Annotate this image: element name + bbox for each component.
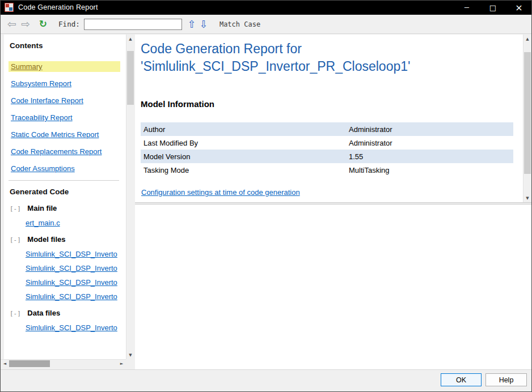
tree-group-label: Model files bbox=[27, 235, 65, 244]
toc-link-subsystem-report[interactable]: Subsystem Report bbox=[9, 78, 120, 89]
toc-link-summary[interactable]: Summary bbox=[9, 61, 120, 72]
info-value: Administrator bbox=[346, 122, 513, 136]
scrollbar-track[interactable] bbox=[9, 360, 117, 368]
find-label: Find: bbox=[58, 20, 80, 28]
info-value: MultiTasking bbox=[346, 163, 513, 177]
contents-heading: Contents bbox=[10, 41, 126, 50]
sidebar-vertical-scrollbar[interactable]: ▲ ▼ bbox=[126, 35, 134, 359]
file-link-data-file[interactable]: Simlulink_SCI_DSP_Inverto bbox=[26, 323, 125, 332]
collapse-icon[interactable]: [-] bbox=[10, 236, 21, 244]
report-title: Code Generation Report for 'Simlulink_SC… bbox=[141, 40, 514, 75]
file-link-ert-main[interactable]: ert_main.c bbox=[26, 219, 125, 227]
info-label: Author bbox=[141, 122, 346, 136]
info-value: 1.55 bbox=[346, 150, 513, 163]
sidebar-horizontal-scrollbar[interactable]: ◄ ► bbox=[1, 359, 126, 368]
ok-button[interactable]: OK bbox=[441, 373, 482, 386]
report-title-line2: 'Simlulink_SCI_DSP_Invertor_PR_Closeloop… bbox=[141, 59, 410, 74]
report-pane: Code Generation Report for 'Simlulink_SC… bbox=[135, 35, 531, 202]
collapse-icon[interactable]: [-] bbox=[10, 205, 21, 212]
table-row: Model Version 1.55 bbox=[141, 150, 513, 163]
tree-group-model-files: [-] Model files bbox=[10, 234, 126, 244]
scrollbar-thumb[interactable] bbox=[9, 360, 50, 367]
scroll-right-icon[interactable]: ► bbox=[117, 360, 126, 368]
scroll-down-icon[interactable]: ▼ bbox=[523, 194, 531, 202]
find-toolbar: ⇦ ⇨ ↻ Find: ⇧ ⇩ Match Case bbox=[1, 15, 531, 34]
find-input[interactable] bbox=[84, 19, 182, 30]
scroll-down-icon[interactable]: ▼ bbox=[126, 351, 134, 359]
back-icon[interactable]: ⇦ bbox=[7, 19, 16, 29]
code-view-pane bbox=[135, 204, 531, 369]
titlebar: Code Generation Report ─ □ × bbox=[0, 0, 532, 15]
file-link-model-file[interactable]: Simlulink_SCI_DSP_Inverto bbox=[26, 264, 125, 272]
maximize-button[interactable]: □ bbox=[480, 0, 506, 15]
generated-code-heading: Generated Code bbox=[10, 188, 126, 196]
footer-bar: OK Help bbox=[1, 369, 531, 391]
find-previous-icon[interactable]: ⇧ bbox=[188, 19, 196, 29]
configuration-settings-link[interactable]: Configuration settings at time of code g… bbox=[141, 188, 300, 197]
scrollbar-track[interactable] bbox=[523, 43, 531, 194]
file-link-model-file[interactable]: Simlulink_SCI_DSP_Inverto bbox=[26, 292, 125, 301]
table-row: Tasking Mode MultiTasking bbox=[141, 163, 513, 177]
find-next-icon[interactable]: ⇩ bbox=[200, 19, 208, 29]
tree-group-main-file: [-] Main file bbox=[10, 203, 126, 213]
scrollbar-thumb[interactable] bbox=[524, 52, 531, 174]
info-label: Last Modified By bbox=[141, 136, 346, 150]
scrollbar-thumb[interactable] bbox=[127, 51, 134, 105]
model-information-heading: Model Information bbox=[141, 99, 514, 109]
forward-icon[interactable]: ⇨ bbox=[21, 19, 30, 29]
app-icon bbox=[5, 3, 14, 12]
match-case-toggle[interactable]: Match Case bbox=[219, 20, 260, 28]
report-title-line1: Code Generation Report for bbox=[141, 41, 302, 56]
sidebar-divider bbox=[9, 180, 119, 181]
file-link-model-file[interactable]: Simlulink_SCI_DSP_Inverto bbox=[26, 278, 125, 287]
refresh-icon[interactable]: ↻ bbox=[39, 19, 47, 29]
window-controls: ─ □ × bbox=[454, 0, 532, 15]
window-title: Code Generation Report bbox=[18, 3, 98, 11]
toc-link-coder-assumptions[interactable]: Coder Assumptions bbox=[9, 163, 120, 174]
toc-link-code-interface-report[interactable]: Code Interface Report bbox=[9, 95, 120, 106]
scroll-left-icon[interactable]: ◄ bbox=[1, 360, 9, 368]
tree-group-data-files: [-] Data files bbox=[10, 308, 126, 318]
info-label: Tasking Mode bbox=[141, 163, 346, 177]
scroll-up-icon[interactable]: ▲ bbox=[523, 35, 531, 43]
toc-link-traceability-report[interactable]: Traceability Report bbox=[9, 112, 120, 123]
table-row: Author Administrator bbox=[141, 122, 513, 136]
toc-link-static-code-metrics-report[interactable]: Static Code Metrics Report bbox=[9, 129, 120, 140]
report-vertical-scrollbar[interactable]: ▲ ▼ bbox=[523, 35, 531, 202]
close-button[interactable]: × bbox=[506, 0, 532, 15]
collapse-icon[interactable]: [-] bbox=[10, 310, 21, 317]
help-button[interactable]: Help bbox=[485, 373, 527, 386]
model-info-table: Author Administrator Last Modified By Ad… bbox=[141, 122, 513, 177]
scroll-up-icon[interactable]: ▲ bbox=[126, 35, 134, 43]
tree-group-label: Data files bbox=[27, 309, 60, 317]
minimize-button[interactable]: ─ bbox=[454, 0, 480, 15]
file-link-model-file[interactable]: Simlulink_SCI_DSP_Inverto bbox=[26, 250, 125, 258]
info-label: Model Version bbox=[141, 150, 346, 163]
toc-link-code-replacements-report[interactable]: Code Replacements Report bbox=[9, 146, 120, 157]
tree-group-label: Main file bbox=[27, 204, 57, 212]
contents-panel: Contents Summary Subsystem Report Code I… bbox=[4, 35, 126, 359]
info-value: Administrator bbox=[346, 136, 513, 150]
table-row: Last Modified By Administrator bbox=[141, 136, 513, 150]
scrollbar-track[interactable] bbox=[126, 43, 134, 351]
